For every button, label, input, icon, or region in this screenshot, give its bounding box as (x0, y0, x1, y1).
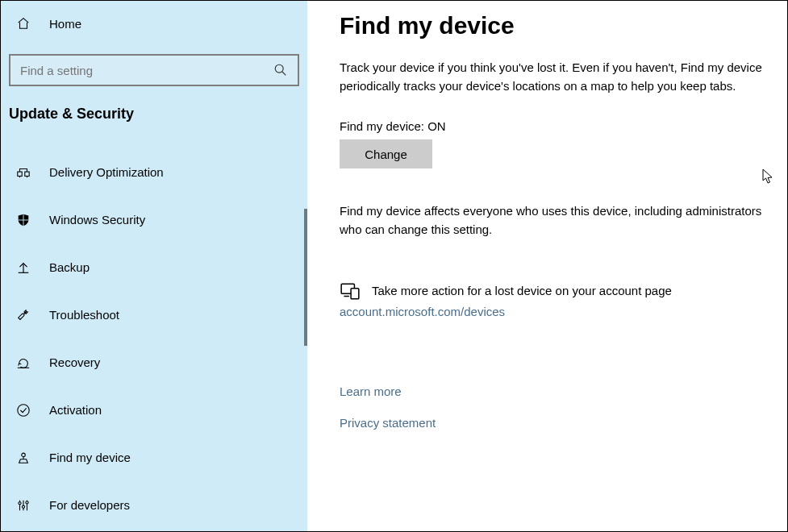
svg-rect-2 (18, 172, 22, 176)
home-icon (15, 15, 31, 31)
sidebar-nav: Delivery Optimization Windows Security (1, 148, 307, 529)
sidebar-item-delivery-optimization[interactable]: Delivery Optimization (1, 148, 307, 196)
account-action-text: Take more action for a lost device on yo… (372, 284, 672, 297)
sidebar-item-activation[interactable]: Activation (1, 386, 307, 434)
scope-note: Find my device affects everyone who uses… (340, 202, 763, 239)
checkmark-circle-icon (15, 402, 31, 418)
home-label: Home (49, 17, 81, 31)
learn-more-link[interactable]: Learn more (340, 384, 763, 398)
privacy-statement-link[interactable]: Privacy statement (340, 416, 763, 430)
mouse-cursor-icon (762, 168, 773, 185)
shield-icon (15, 212, 31, 228)
sidebar-item-label: Recovery (49, 355, 100, 369)
find-device-icon (15, 450, 31, 466)
svg-line-1 (282, 72, 286, 75)
sidebar-item-find-my-device[interactable]: Find my device (1, 434, 307, 481)
sidebar-item-troubleshoot[interactable]: Troubleshoot (1, 291, 307, 339)
svg-point-0 (275, 64, 283, 73)
sidebar: Home Update & Security Delivery Optimiza… (1, 1, 307, 531)
sidebar-item-backup[interactable]: Backup (1, 243, 307, 291)
find-my-device-status: Find my device: ON (340, 119, 763, 133)
footer-links: Learn more Privacy statement (340, 384, 763, 430)
recovery-icon (15, 355, 31, 371)
account-action-row: Take more action for a lost device on yo… (340, 281, 763, 300)
sidebar-item-label: Troubleshoot (49, 308, 119, 322)
svg-rect-5 (19, 219, 29, 220)
sidebar-item-label: Windows Security (49, 213, 145, 227)
sidebar-item-windows-security[interactable]: Windows Security (1, 196, 307, 243)
svg-point-9 (18, 404, 29, 415)
change-button[interactable]: Change (340, 139, 432, 168)
devices-icon (340, 281, 359, 300)
page-description: Track your device if you think you've lo… (340, 59, 763, 95)
sidebar-item-label: Find my device (49, 451, 131, 464)
sidebar-item-for-developers[interactable]: For developers (1, 481, 307, 529)
svg-rect-18 (351, 289, 359, 299)
content: Find my device Track your device if you … (307, 1, 787, 531)
page-title: Find my device (340, 12, 763, 39)
sidebar-item-label: Activation (49, 403, 102, 417)
sidebar-item-recovery[interactable]: Recovery (1, 339, 307, 386)
sidebar-item-label: Delivery Optimization (49, 165, 164, 179)
svg-point-14 (22, 505, 24, 508)
sidebar-item-label: Backup (49, 260, 90, 274)
svg-rect-3 (25, 172, 29, 176)
svg-point-10 (22, 453, 26, 457)
wrench-icon (15, 307, 31, 323)
sidebar-home[interactable]: Home (1, 7, 307, 39)
sidebar-item-label: For developers (49, 498, 130, 512)
search-input[interactable] (9, 54, 299, 86)
svg-point-12 (19, 501, 21, 504)
sidebar-category: Update & Security (1, 86, 307, 129)
delivery-optimization-icon (15, 164, 31, 181)
sliders-icon (15, 497, 31, 513)
search-field[interactable] (20, 64, 273, 77)
search-icon (273, 63, 288, 77)
account-devices-link[interactable]: account.microsoft.com/devices (340, 305, 763, 318)
backup-icon (15, 260, 31, 276)
svg-point-16 (26, 501, 28, 503)
